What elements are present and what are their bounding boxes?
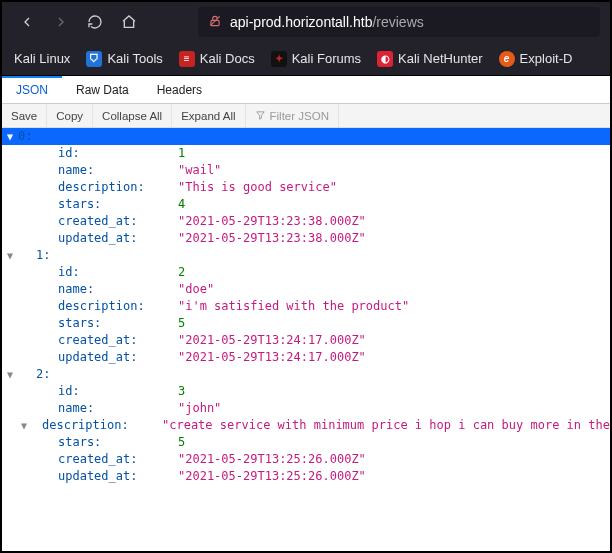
- json-value: "This is good service": [178, 179, 337, 196]
- exploitdb-icon: e: [499, 51, 515, 67]
- json-key: stars:: [18, 434, 178, 451]
- json-value: "2021-05-29T13:24:17.000Z": [178, 349, 366, 366]
- json-row-stars[interactable]: stars: 4: [2, 196, 610, 213]
- bookmark-label: Exploit-D: [520, 51, 573, 66]
- json-row-updated-at[interactable]: updated_at: "2021-05-29T13:24:17.000Z": [2, 349, 610, 366]
- insecure-lock-icon: [208, 14, 222, 31]
- collapse-toggle-icon[interactable]: ▼: [2, 366, 18, 383]
- json-row-created-at[interactable]: created_at: "2021-05-29T13:23:38.000Z": [2, 213, 610, 230]
- bookmark-label: Kali NetHunter: [398, 51, 483, 66]
- copy-button[interactable]: Copy: [47, 104, 93, 127]
- save-button[interactable]: Save: [2, 104, 47, 127]
- button-label: Save: [11, 110, 37, 122]
- index-label: 0:: [18, 129, 32, 143]
- json-row-id[interactable]: id: 1: [2, 145, 610, 162]
- json-key: id:: [18, 264, 178, 281]
- expand-all-button[interactable]: Expand All: [172, 104, 245, 127]
- json-key: stars:: [18, 196, 178, 213]
- bookmark-kali-forums[interactable]: ✦ Kali Forums: [271, 51, 361, 67]
- json-key: description:: [18, 298, 178, 315]
- json-key: id:: [18, 383, 178, 400]
- json-value: "2021-05-29T13:24:17.000Z": [178, 332, 366, 349]
- json-row-stars[interactable]: stars: 5: [2, 315, 610, 332]
- filter-input[interactable]: Filter JSON: [246, 104, 339, 127]
- json-value: "wail": [178, 162, 221, 179]
- json-row-updated-at[interactable]: updated_at: "2021-05-29T13:25:26.000Z": [2, 468, 610, 485]
- bookmark-label: Kali Docs: [200, 51, 255, 66]
- button-label: Collapse All: [102, 110, 162, 122]
- bookmark-kali-tools[interactable]: ⛉ Kali Tools: [86, 51, 162, 67]
- json-key: created_at:: [18, 332, 178, 349]
- bookmark-exploit-db[interactable]: e Exploit-D: [499, 51, 573, 67]
- bookmark-label: Kali Tools: [107, 51, 162, 66]
- json-row-id[interactable]: id: 2: [2, 264, 610, 281]
- docs-icon: ≡: [179, 51, 195, 67]
- bookmarks-bar: Kali Linux ⛉ Kali Tools ≡ Kali Docs ✦ Ka…: [2, 42, 610, 76]
- json-row-name[interactable]: name: "doe": [2, 281, 610, 298]
- tab-raw-data[interactable]: Raw Data: [62, 76, 143, 103]
- json-value: "create service with minimum price i hop…: [162, 417, 610, 434]
- collapse-toggle-icon[interactable]: ▼: [2, 128, 18, 145]
- json-value: 3: [178, 383, 185, 400]
- button-label: Expand All: [181, 110, 235, 122]
- bookmark-label: Kali Linux: [14, 51, 70, 66]
- json-row-name[interactable]: name: "wail": [2, 162, 610, 179]
- json-key: name:: [18, 400, 178, 417]
- forums-icon: ✦: [271, 51, 287, 67]
- json-toolbar: Save Copy Collapse All Expand All Filter…: [2, 104, 610, 128]
- filter-placeholder: Filter JSON: [270, 110, 329, 122]
- json-value: "2021-05-29T13:25:26.000Z": [178, 468, 366, 485]
- forward-button[interactable]: [46, 7, 76, 37]
- tab-headers[interactable]: Headers: [143, 76, 216, 103]
- bookmark-label: Kali Forums: [292, 51, 361, 66]
- bookmark-kali-docs[interactable]: ≡ Kali Docs: [179, 51, 255, 67]
- tab-label: Raw Data: [76, 83, 129, 97]
- json-value: 4: [178, 196, 185, 213]
- browser-navbar: api-prod.horizontall.htb/reviews: [2, 2, 610, 42]
- tab-label: Headers: [157, 83, 202, 97]
- json-key: updated_at:: [18, 349, 178, 366]
- json-key: description:: [32, 417, 162, 434]
- json-key: created_at:: [18, 451, 178, 468]
- json-key: stars:: [18, 315, 178, 332]
- bookmark-kali-linux[interactable]: Kali Linux: [14, 51, 70, 66]
- json-row-updated-at[interactable]: updated_at: "2021-05-29T13:23:38.000Z": [2, 230, 610, 247]
- json-value: 5: [178, 434, 185, 451]
- filter-icon: [255, 110, 266, 121]
- collapse-all-button[interactable]: Collapse All: [93, 104, 172, 127]
- tab-json[interactable]: JSON: [2, 76, 62, 103]
- array-index-row[interactable]: ▼ 1:: [2, 247, 610, 264]
- url-text: api-prod.horizontall.htb/reviews: [230, 14, 424, 30]
- home-button[interactable]: [114, 7, 144, 37]
- nethunter-icon: ◐: [377, 51, 393, 67]
- url-bar[interactable]: api-prod.horizontall.htb/reviews: [198, 7, 600, 37]
- json-value: "2021-05-29T13:25:26.000Z": [178, 451, 366, 468]
- reload-button[interactable]: [80, 7, 110, 37]
- json-value: "doe": [178, 281, 214, 298]
- json-key: name:: [18, 162, 178, 179]
- json-key: updated_at:: [18, 230, 178, 247]
- json-key: updated_at:: [18, 468, 178, 485]
- json-key: id:: [18, 145, 178, 162]
- bookmark-kali-nethunter[interactable]: ◐ Kali NetHunter: [377, 51, 483, 67]
- back-button[interactable]: [12, 7, 42, 37]
- json-row-created-at[interactable]: created_at: "2021-05-29T13:24:17.000Z": [2, 332, 610, 349]
- json-value: 2: [178, 264, 185, 281]
- json-value: 1: [178, 145, 185, 162]
- json-key: name:: [18, 281, 178, 298]
- json-row-created-at[interactable]: created_at: "2021-05-29T13:25:26.000Z": [2, 451, 610, 468]
- json-key: description:: [18, 179, 178, 196]
- tab-label: JSON: [16, 83, 48, 97]
- collapse-toggle-icon[interactable]: ▼: [2, 247, 18, 264]
- json-row-stars[interactable]: stars: 5: [2, 434, 610, 451]
- array-index-row[interactable]: ▼ 0:: [2, 128, 610, 145]
- json-row-name[interactable]: name: "john": [2, 400, 610, 417]
- json-row-description[interactable]: description: "i'm satisfied with the pro…: [2, 298, 610, 315]
- collapse-toggle-icon[interactable]: ▼: [16, 417, 32, 434]
- json-row-description[interactable]: description: "This is good service": [2, 179, 610, 196]
- index-label: 1:: [36, 248, 50, 262]
- json-row-id[interactable]: id: 3: [2, 383, 610, 400]
- json-row-description[interactable]: ▼ description: "create service with mini…: [2, 417, 610, 434]
- json-value: 5: [178, 315, 185, 332]
- array-index-row[interactable]: ▼ 2:: [2, 366, 610, 383]
